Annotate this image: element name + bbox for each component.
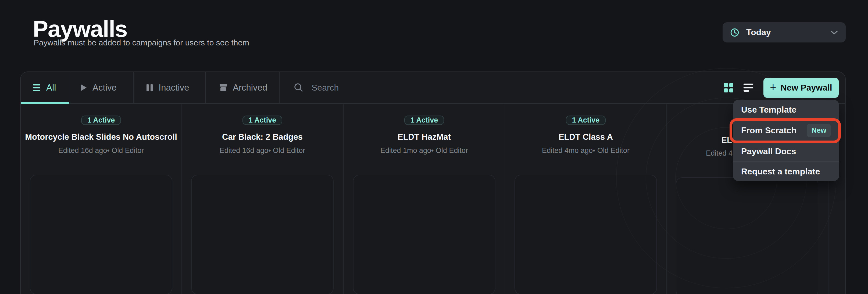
search-input[interactable]: Search [280, 72, 724, 103]
tab-inactive-label: Inactive [159, 83, 189, 93]
paywall-title: Car Black: 2 Badges [222, 132, 303, 142]
menu-item-use-template[interactable]: Use Template [733, 100, 839, 120]
paywall-meta: Edited 1mo ago• Old Editor [380, 146, 468, 155]
active-tab-indicator [21, 102, 69, 104]
tab-archived-label: Archived [233, 83, 267, 93]
active-count-badge: 1 Active [566, 116, 606, 125]
grid-view-icon[interactable] [724, 83, 733, 93]
new-paywall-menu: Use Template From Scratch New Paywall Do… [733, 100, 839, 181]
tab-archived[interactable]: Archived [206, 72, 280, 103]
archive-icon [220, 84, 227, 91]
paywall-title: ELDT Class A [559, 132, 613, 142]
view-controls: + New Paywall [724, 72, 845, 103]
all-lines-icon [33, 84, 40, 91]
menu-item-label: Request a template [741, 167, 820, 176]
paywall-card[interactable]: 1 Active Car Black: 2 Badges Edited 16d … [182, 104, 343, 294]
paywall-preview-placeholder[interactable] [676, 177, 818, 294]
play-icon [81, 84, 87, 91]
menu-item-request-template[interactable]: Request a template [733, 162, 839, 181]
date-filter-dropdown[interactable]: Today [722, 22, 846, 42]
active-count-badge: 1 Active [243, 116, 282, 125]
menu-item-from-scratch[interactable]: From Scratch New [733, 120, 839, 141]
tab-all-label: All [46, 83, 56, 93]
search-placeholder: Search [312, 83, 339, 93]
active-count-badge: 1 Active [404, 116, 444, 125]
chevron-down-icon [830, 30, 838, 35]
paywall-card[interactable]: 1 Active ELDT HazMat Edited 1mo ago• Old… [344, 104, 504, 294]
pause-icon [147, 84, 153, 91]
list-view-icon[interactable] [744, 84, 753, 92]
paywall-meta: Edited 16d ago• Old Editor [58, 146, 144, 155]
date-filter-label: Today [746, 27, 771, 37]
paywall-title: EL [667, 135, 732, 145]
tab-bar: All Active Inactive Archived Search [21, 72, 845, 104]
new-paywall-button[interactable]: + New Paywall [764, 78, 839, 98]
menu-item-label: Paywall Docs [741, 146, 796, 156]
tab-active[interactable]: Active [69, 72, 133, 103]
paywall-preview-placeholder[interactable] [515, 175, 657, 294]
menu-item-label: From Scratch [741, 126, 797, 135]
menu-item-paywall-docs[interactable]: Paywall Docs [733, 141, 839, 162]
paywall-meta: Edited 4mo ago• Old Editor [542, 146, 629, 155]
paywall-title: Motorcycle Black Slides No Autoscroll [25, 132, 177, 142]
paywall-preview-placeholder[interactable] [353, 175, 495, 294]
search-icon [294, 83, 304, 93]
new-paywall-label: New Paywall [781, 83, 832, 93]
tab-inactive[interactable]: Inactive [133, 72, 206, 103]
paywall-card[interactable]: 1 Active Motorcycle Black Slides No Auto… [21, 104, 181, 294]
paywall-card[interactable]: 1 Active ELDT Class A Edited 4mo ago• Ol… [505, 104, 666, 294]
active-count-badge: 1 Active [81, 116, 121, 125]
plus-icon: + [770, 82, 776, 93]
paywall-meta: Edited 16d ago• Old Editor [220, 146, 305, 155]
paywall-meta: Edited 4 [667, 149, 733, 158]
menu-item-label: Use Template [741, 105, 797, 115]
new-badge: New [807, 124, 831, 137]
paywall-preview-placeholder[interactable] [30, 175, 172, 294]
clock-icon [730, 28, 739, 37]
tab-active-label: Active [92, 83, 117, 93]
paywall-preview-placeholder[interactable] [191, 175, 334, 294]
tab-all[interactable]: All [21, 72, 69, 103]
page-subtitle: Paywalls must be added to campaigns for … [34, 38, 249, 47]
paywall-title: ELDT HazMat [398, 132, 451, 142]
